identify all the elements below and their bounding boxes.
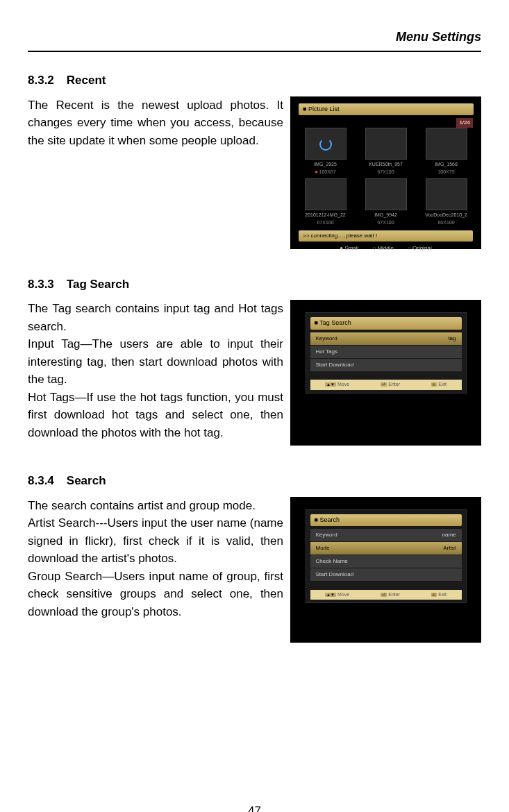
figure-tagsearch: ■ Tag Search Keyword tag Hot Tags Start … xyxy=(290,300,481,446)
thumb-4: 20101212-IMG_22 67X100 xyxy=(299,178,352,226)
figure-picture-list: ■ Picture List 1/24 IMG_2925 ■ 100X67 KU… xyxy=(290,96,481,249)
heading-recent-num: 8.3.2 xyxy=(28,74,54,87)
search-row-check: Check Name xyxy=(310,555,462,568)
tagsearch-row-keyword: Keyword tag xyxy=(310,332,462,345)
piclist-title: ■ Picture List xyxy=(299,103,474,116)
size-middle: Middle xyxy=(372,244,394,253)
thumb-1: IMG_2925 ■ 100X67 xyxy=(299,128,352,176)
heading-search-title: Search xyxy=(67,474,106,487)
search-row-mode: Mode Artist xyxy=(310,542,462,555)
piclist-counter: 1/24 xyxy=(456,118,473,128)
figure-search: ■ Search Keyword name Mode Artist Check … xyxy=(290,497,481,643)
thumb-5: IMG_9942 67X100 xyxy=(359,178,412,226)
thumb-6: VooDooDec2010_2 66X100 xyxy=(419,178,473,226)
search-row-start: Start Download xyxy=(310,568,462,581)
heading-recent-title: Recent xyxy=(67,74,106,87)
header-rule xyxy=(28,51,481,52)
thumb-2: KUER50th_957 67X100 xyxy=(359,128,412,176)
heading-search-num: 8.3.4 xyxy=(28,474,54,487)
search-hints: ▲▼Move ⏎Enter ⎋Exit xyxy=(310,590,462,600)
tagsearch-row-start: Start Download xyxy=(310,359,462,371)
size-original: Original xyxy=(408,244,432,253)
search-row-keyword: Keyword name xyxy=(310,529,462,541)
heading-tagsearch-num: 8.3.3 xyxy=(28,278,54,291)
piclist-sizes: Small Middle Original xyxy=(299,244,473,253)
heading-recent: 8.3.2Recent xyxy=(28,71,481,90)
tagsearch-title: ■ Tag Search xyxy=(310,317,462,330)
tagsearch-hints: ▲▼Move ⏎Enter ⎋Exit xyxy=(310,380,462,390)
heading-tagsearch-title: Tag Search xyxy=(67,278,129,291)
heading-tagsearch: 8.3.3Tag Search xyxy=(28,276,481,294)
page-number: 47 xyxy=(28,802,481,813)
size-small: Small xyxy=(340,244,358,253)
piclist-status: >> connecting…, please wait ! xyxy=(299,230,473,242)
thumb-3: IMG_1568 100X75 xyxy=(419,128,473,176)
tagsearch-row-hot: Hot Tags xyxy=(310,346,462,358)
page-header-title: Menu Settings xyxy=(28,28,481,46)
heading-search: 8.3.4Search xyxy=(28,472,481,490)
search-title: ■ Search xyxy=(310,514,462,527)
